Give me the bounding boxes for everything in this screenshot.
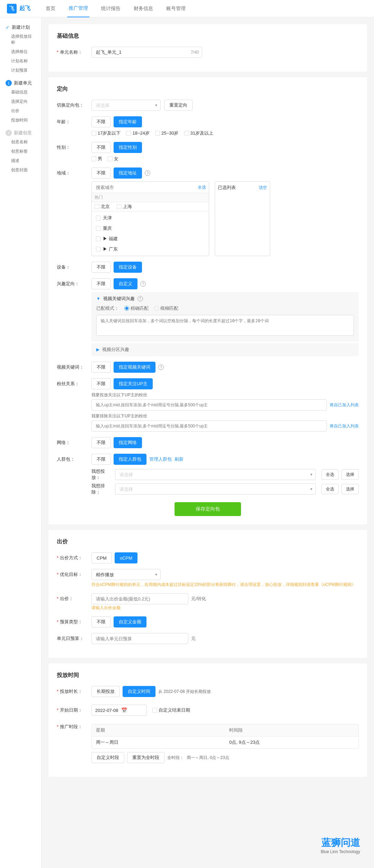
sidebar-sub-creativetag[interactable]: 创意标签 [0, 147, 41, 156]
network-no-limit-btn[interactable]: 不限 [91, 437, 111, 448]
ocpm-btn[interactable]: oCPM [115, 552, 137, 563]
crowd-exclude-select-wrapper: 请选择 [115, 483, 316, 495]
interest-no-limit-btn[interactable]: 不限 [91, 278, 111, 289]
region-search-input[interactable] [92, 182, 195, 193]
keyword-header[interactable]: ▼ 视频关键词兴趣 ? [91, 292, 359, 305]
long-term-hint: 从 2022-07-08 开始长期投放 [158, 689, 211, 695]
keyword-help-icon[interactable]: ? [137, 296, 143, 301]
sidebar-sub-target[interactable]: 选择投放目标 [0, 32, 41, 47]
region-tianjin[interactable]: 天津 [92, 213, 209, 223]
match-precise[interactable]: 精确匹配 [124, 305, 149, 311]
crowd-exclude-select[interactable]: 请选择 [115, 483, 316, 495]
unit-name-content: 7/40 [91, 47, 359, 58]
sidebar-sub-deliverytime[interactable]: 投放时间 [0, 116, 41, 125]
crowd-exclude-all-btn[interactable]: 全选 [321, 484, 339, 494]
clear-region-btn[interactable]: 清空 [259, 185, 267, 191]
daily-budget-row: 单元日预算： 元 [57, 633, 359, 644]
device-content: 不限 指定设备 [91, 262, 359, 273]
custom-time-period-btn[interactable]: 自定义时段 [91, 752, 124, 763]
crowd-manage-btn[interactable]: 管理人群包 [149, 456, 172, 462]
sidebar-sub-targeting[interactable]: 选择定向 [0, 97, 41, 106]
crowd-specify-btn[interactable]: 指定人群包 [114, 454, 146, 465]
long-term-btn[interactable]: 长期投放 [91, 686, 120, 697]
nav-account[interactable]: 账号管理 [165, 0, 187, 17]
sidebar-sub-planname[interactable]: 计划名称 [0, 56, 41, 66]
sidebar-sub-basicinfo[interactable]: 基础信息 [0, 88, 41, 97]
fans-exclude-self-link[interactable]: 将自己加入列表 [330, 423, 359, 429]
cutover-select[interactable]: 请选择 [91, 100, 161, 111]
fans-specify-btn[interactable]: 指定关注UP主 [114, 378, 153, 389]
region-guangdong[interactable]: ▶ 广东 [92, 244, 209, 254]
save-targeting-btn[interactable]: 保存定向包 [175, 502, 241, 516]
gender-male[interactable]: 男 [91, 156, 102, 162]
custom-time-btn[interactable]: 自定义时间 [123, 686, 155, 697]
crowd-include-select-btn[interactable]: 选择 [341, 469, 359, 480]
nav-promotion[interactable]: 推广管理 [67, 0, 89, 17]
video-keyword-no-limit-btn[interactable]: 不限 [91, 362, 111, 373]
age-no-limit-btn[interactable]: 不限 [91, 116, 111, 127]
reset-time-btn[interactable]: 重置为全时段 [127, 752, 164, 763]
network-content: 不限 指定网络 [91, 437, 359, 448]
age-checkbox-1 [126, 131, 131, 136]
fans-no-limit-btn[interactable]: 不限 [91, 378, 111, 389]
sidebar-sub-bid[interactable]: 出价 [0, 106, 41, 116]
gender-specify-btn[interactable]: 指定性别 [114, 142, 142, 153]
daily-budget-input[interactable] [91, 633, 188, 644]
fans-follow-self-link[interactable]: 将自己加入列表 [330, 402, 359, 408]
nav-home[interactable]: 首页 [44, 0, 57, 17]
crowd-exclude-select-btn[interactable]: 选择 [341, 484, 359, 494]
crowd-include-select[interactable]: 请选择 [115, 469, 316, 480]
sidebar-sub-budget[interactable]: 计划预算 [0, 66, 41, 75]
video-interest-header[interactable]: ▶ 视频分区兴趣 [91, 343, 359, 356]
region-specify-btn[interactable]: 指定地址 [114, 168, 142, 179]
age-specify-btn[interactable]: 指定年龄 [114, 116, 142, 127]
region-select-all-btn[interactable]: 全选 [195, 184, 209, 190]
device-specify-btn[interactable]: 指定设备 [114, 262, 142, 273]
crowd-no-limit-btn[interactable]: 不限 [91, 454, 111, 465]
bid-price-input[interactable] [91, 593, 188, 604]
step2: 1 新建单元 [0, 79, 41, 88]
budget-no-limit-btn[interactable]: 不限 [91, 616, 111, 627]
video-keyword-help-icon[interactable]: ? [158, 364, 164, 370]
age-option-2[interactable]: 25~30岁 [155, 130, 179, 136]
fans-exclude-input[interactable] [91, 421, 327, 432]
cpm-btn[interactable]: CPM [91, 552, 112, 563]
end-date-checkbox[interactable]: 自定义结束日期 [152, 707, 190, 713]
city-beijing[interactable]: 北京 [95, 204, 110, 210]
age-option-0[interactable]: 17岁及以下 [91, 130, 121, 136]
reset-targeting-btn[interactable]: 重置定向 [164, 100, 193, 111]
region-help-icon[interactable]: ? [145, 170, 150, 176]
interest-help-icon[interactable]: ? [140, 281, 146, 287]
start-date-input[interactable]: 2022-07-08 📅 [91, 705, 147, 716]
crowd-include-select-wrapper: 请选择 [115, 469, 316, 480]
gender-no-limit-btn[interactable]: 不限 [91, 142, 111, 153]
match-fuzzy[interactable]: 模糊匹配 [154, 305, 178, 311]
age-option-1[interactable]: 18~24岁 [126, 130, 150, 136]
sidebar-sub-creativename[interactable]: 创意名称 [0, 137, 41, 147]
region-fujian[interactable]: ▶ 福建 [92, 234, 209, 244]
region-row: 地域： 不限 指定地址 ? 全选 [57, 168, 359, 256]
city-shanghai[interactable]: 上海 [117, 204, 132, 210]
budget-custom-btn[interactable]: 自定义金额 [114, 616, 146, 627]
video-keyword-specify-btn[interactable]: 指定视频关键词 [114, 362, 155, 373]
optimize-select[interactable]: 精作播放 [91, 569, 161, 580]
sidebar-sub-cover[interactable]: 创意封面 [0, 165, 41, 175]
region-chongqing[interactable]: 重庆 [92, 223, 209, 234]
device-no-limit-btn[interactable]: 不限 [91, 262, 111, 273]
nav-stats[interactable]: 统计报告 [100, 0, 122, 17]
age-option-3[interactable]: 31岁及以上 [184, 130, 213, 136]
region-no-limit-btn[interactable]: 不限 [91, 168, 111, 179]
crowd-refresh-btn[interactable]: 刷新 [175, 456, 184, 462]
sidebar-sub-format[interactable]: 选择格位 [0, 47, 41, 56]
gender-female[interactable]: 女 [108, 156, 118, 162]
interest-custom-btn[interactable]: 自定义 [114, 278, 137, 289]
bid-price-row: * 出价： 元/转化 请输入出价金额 [57, 593, 359, 611]
unit-name-input[interactable] [91, 47, 202, 58]
network-specify-btn[interactable]: 指定网络 [114, 437, 142, 448]
fans-follow-input[interactable] [91, 399, 327, 410]
crowd-include-all-btn[interactable]: 全选 [321, 469, 339, 480]
sidebar-sub-desc[interactable]: 描述 [0, 156, 41, 165]
nav-finance[interactable]: 财务信息 [132, 0, 154, 17]
keyword-input[interactable] [96, 315, 354, 336]
start-date-value: 2022-07-08 [95, 708, 118, 713]
